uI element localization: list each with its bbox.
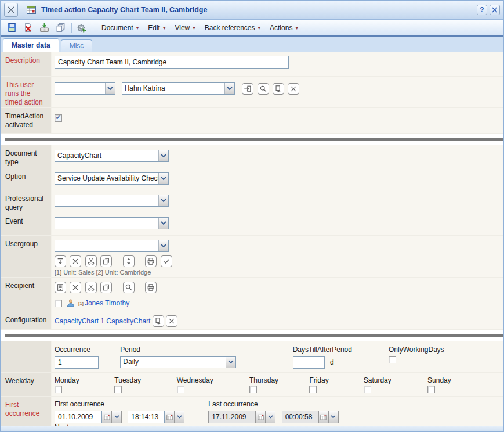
chevron-down-icon (158, 240, 168, 251)
close-icon (492, 7, 498, 13)
document-type-select[interactable]: CapacityChart (55, 150, 169, 162)
occurrence-input[interactable] (55, 356, 99, 369)
usergroup-delete-button[interactable] (70, 255, 81, 267)
help-button[interactable]: ? (477, 5, 487, 15)
configuration-clear-button[interactable] (166, 315, 177, 327)
configuration-link[interactable]: CapacityChart 1 CapacityChart (55, 317, 150, 325)
copy-button[interactable] (54, 21, 67, 34)
goto-icon (244, 85, 252, 93)
timed-action-icon (26, 5, 37, 15)
runner-label: This user runs the timed action (1, 77, 52, 107)
usergroup-copy-button[interactable] (100, 255, 112, 267)
row-recipient: Recipient ✓ (1, 278, 503, 312)
runner-paste-button[interactable] (273, 83, 284, 95)
tab-misc[interactable]: Misc (61, 39, 93, 52)
professional-query-select[interactable] (55, 195, 169, 207)
usergroup-apply-button[interactable] (161, 255, 172, 267)
weekday-tuesday-checkbox[interactable]: ✓ (114, 386, 122, 393)
close-record-button[interactable] (4, 3, 18, 17)
runner-user-select[interactable]: Hahn Katrina (122, 82, 235, 95)
row-occurrences: First occurrence First occurrence (1, 397, 503, 426)
configuration-paste-button[interactable] (153, 315, 164, 327)
runner-search-button[interactable] (258, 83, 269, 95)
section-separator (1, 134, 503, 145)
recipient-delete-button[interactable] (70, 282, 81, 293)
cut-icon (87, 257, 95, 265)
only-working-days-label: OnlyWorkingDays (389, 345, 470, 354)
option-select[interactable]: Service Update Availability Check (55, 172, 169, 185)
weekday-friday-checkbox[interactable]: ✓ (309, 386, 317, 393)
recipient-copy-button[interactable] (100, 282, 112, 293)
weekday-monday-checkbox[interactable]: ✓ (55, 386, 62, 393)
row-event: Event (1, 213, 503, 236)
usergroup-insert-button[interactable] (55, 255, 66, 267)
check-in-icon (39, 23, 49, 33)
first-occurrence-date-input[interactable] (55, 411, 102, 423)
weekday-label: Weekday (1, 373, 52, 396)
chevron-down-icon (158, 150, 168, 161)
close-window-button[interactable] (490, 5, 500, 15)
menu-edit[interactable]: Edit▾ (143, 22, 170, 34)
check-icon: ✓ (55, 114, 61, 121)
menu-document[interactable]: Document▾ (97, 22, 143, 34)
recipient-cut-button[interactable] (85, 282, 97, 293)
chevron-down-icon: ▾ (295, 25, 298, 31)
calendar-icon (166, 414, 173, 420)
weekday-thursday-label: Thursday (249, 376, 307, 384)
tab-master-data[interactable]: Master data (3, 38, 59, 52)
chevron-down-icon (158, 195, 168, 206)
recipient-checkbox[interactable]: ✓ (55, 300, 62, 307)
runner-clear-button[interactable] (288, 83, 299, 95)
check-in-button[interactable] (38, 21, 50, 34)
recipient-print-button[interactable] (145, 282, 157, 293)
weekday-saturday-checkbox[interactable]: ✓ (364, 386, 371, 393)
row-document-type: Document type CapacityChart (1, 145, 503, 168)
menu-document-label: Document (101, 24, 133, 32)
form-area: Description This user runs the timed act… (1, 52, 503, 426)
weekday-thursday-checkbox[interactable]: ✓ (249, 386, 257, 393)
delete-button[interactable] (21, 21, 34, 34)
chevron-down-icon (224, 83, 234, 94)
run-action-button[interactable] (75, 21, 88, 34)
last-occurrence-time-calendar-button[interactable] (319, 411, 329, 423)
first-occurrence-date-dropdown-button[interactable] (112, 411, 122, 423)
timed-action-checkbox[interactable]: ✓ (55, 114, 62, 122)
period-select[interactable]: Daily (120, 356, 236, 368)
days-till-label: DaysTillAfterPeriod (293, 345, 387, 354)
weekday-wednesday-checkbox[interactable]: ✓ (177, 386, 184, 393)
menu-back-references[interactable]: Back references▾ (200, 22, 265, 34)
usergroup-sort-button[interactable] (123, 255, 135, 267)
last-occurrence-date-calendar-button[interactable] (256, 411, 266, 423)
save-button[interactable] (5, 21, 18, 34)
weekday-sunday-checkbox[interactable]: ✓ (427, 386, 435, 393)
first-occurrence-time-input[interactable] (128, 411, 165, 423)
chevron-down-icon (158, 218, 168, 229)
menu-view[interactable]: View▾ (170, 22, 200, 34)
last-occurrence-date-dropdown-button[interactable] (266, 411, 275, 423)
chevron-down-icon: ▾ (193, 25, 195, 31)
menu-actions[interactable]: Actions▾ (265, 22, 303, 34)
recipient-insert-button[interactable] (55, 282, 66, 293)
usergroup-select[interactable] (55, 240, 169, 252)
usergroup-cut-button[interactable] (85, 255, 97, 267)
only-working-days-checkbox[interactable]: ✓ (389, 356, 396, 363)
days-till-input[interactable] (293, 356, 325, 369)
professional-query-value (55, 195, 158, 206)
clear-icon (289, 85, 298, 93)
first-occurrence-time-calendar-button[interactable] (165, 411, 175, 423)
event-select[interactable] (55, 217, 169, 229)
first-occurrence-time-dropdown-button[interactable] (175, 411, 184, 423)
recipient-search-button[interactable] (123, 282, 135, 293)
last-occurrence-time-dropdown-button[interactable] (329, 411, 339, 423)
window-bottom-frame (1, 426, 503, 431)
chevron-down-icon (114, 415, 119, 419)
recipient-link[interactable]: Jones Timothy (85, 299, 129, 307)
usergroup-print-button[interactable] (145, 255, 157, 267)
description-input[interactable] (55, 56, 289, 69)
runner-type-select[interactable] (55, 82, 115, 95)
row-description: Description (1, 52, 503, 77)
first-occurrence-date-calendar-button[interactable] (102, 411, 112, 423)
paste-icon (154, 317, 162, 325)
runner-goto-button[interactable] (242, 83, 253, 95)
schedule-label-spacer (1, 341, 52, 372)
